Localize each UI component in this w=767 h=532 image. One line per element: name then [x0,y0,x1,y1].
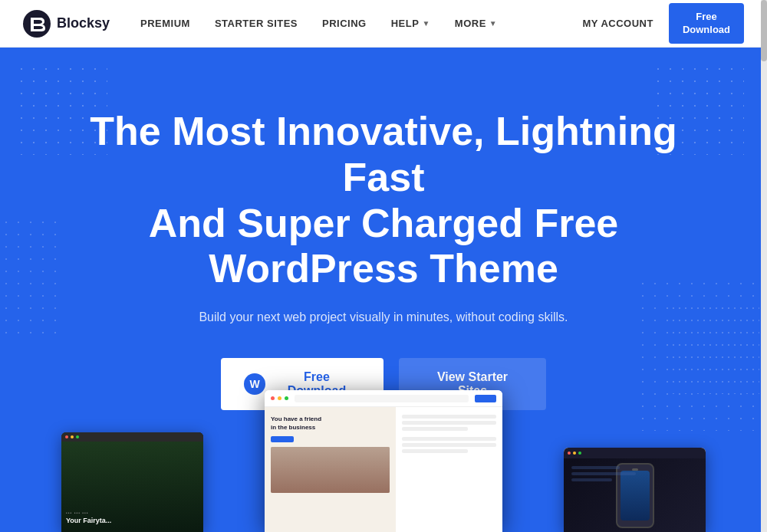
sc-friend-heading: You have a friend in the business [271,415,390,432]
sr-dot-3 [578,452,581,455]
dots-decoration-top-left [15,63,107,155]
browser-cta-button [475,395,496,402]
sc-text-line-1 [402,415,497,419]
sc-text-line-2 [402,421,497,425]
navbar: Blocksy PREMIUM STARTER SITES PRICING HE… [0,0,767,48]
nav-premium[interactable]: PREMIUM [140,18,190,29]
screenshot-center-body: You have a friend in the business [265,407,502,532]
nav-pricing[interactable]: PRICING [322,18,367,29]
browser-url-bar [295,395,469,402]
bg-line-1 [571,466,620,469]
screenshot-fairytale-inner: ••• ••• ••• Your Fairyta... [61,432,203,532]
sc-people-image [271,447,390,493]
sc-text-line-6 [402,449,468,453]
nav-more[interactable]: MORE ▼ [455,18,497,29]
sr-dot-2 [573,452,576,455]
scrollbar-thumb[interactable] [761,0,767,61]
sc-text-block-2 [402,437,497,453]
browser-dot-3 [285,396,288,400]
sc-text-col [396,407,503,532]
bg-line-2 [571,472,636,475]
dot-red [65,435,68,438]
free-download-nav-button[interactable]: Free Download [669,3,744,44]
logo-link[interactable]: Blocksy [23,10,110,38]
bg-line-3 [571,478,612,481]
nav-help[interactable]: HELP ▼ [391,18,430,29]
hero-section: The Most Innovative, Lightning Fast And … [0,48,767,532]
fairy-brand-bar: ••• ••• ••• [66,511,111,515]
sc-text-line-3 [402,427,468,431]
browser-dot-1 [271,396,275,400]
help-dropdown-icon: ▼ [422,19,430,28]
fairy-tale-text-block: ••• ••• ••• Your Fairyta... [66,511,111,526]
my-account-link[interactable]: MY ACCOUNT [583,18,653,29]
nav-links: PREMIUM STARTER SITES PRICING HELP ▼ MOR… [140,18,582,29]
screenshot-fairytale: ••• ••• ••• Your Fairyta... [61,432,203,532]
screenshot-phone [564,448,706,532]
browser-dot-2 [278,396,281,400]
brand-name: Blocksy [57,15,110,31]
hero-title: The Most Innovative, Lightning Fast And … [69,109,698,292]
screenshot-left-body: ••• ••• ••• Your Fairyta... [61,442,203,532]
screenshot-center-chrome [265,390,502,407]
dot-green [76,435,79,438]
screenshot-right-body [564,458,706,532]
sc-photo [271,447,390,493]
screenshot-left-chrome [61,432,203,442]
hero-subtitle: Build your next web project visually in … [199,310,568,324]
sc-content-col: You have a friend in the business [265,407,396,532]
navbar-right: MY ACCOUNT Free Download [583,3,745,44]
nav-starter-sites[interactable]: STARTER SITES [215,18,298,29]
screenshot-right-chrome [564,448,706,458]
fairy-title: Your Fairyta... [66,517,111,526]
preview-screenshots: ••• ••• ••• Your Fairyta... You have a f… [61,379,706,532]
more-dropdown-icon: ▼ [489,19,497,28]
sc-explore-button [271,436,294,442]
right-bg-text [571,466,652,524]
sc-text-line-4 [402,437,497,441]
sc-text-line-5 [402,443,497,447]
sr-dot-1 [568,452,571,455]
scrollbar[interactable] [761,0,767,532]
dots-decoration-top-right [652,63,744,155]
dot-yellow [71,435,74,438]
dots-decoration-mid-left [0,216,61,339]
screenshot-bizconsult: You have a friend in the business [265,390,502,532]
blocksy-logo-icon [23,10,51,38]
